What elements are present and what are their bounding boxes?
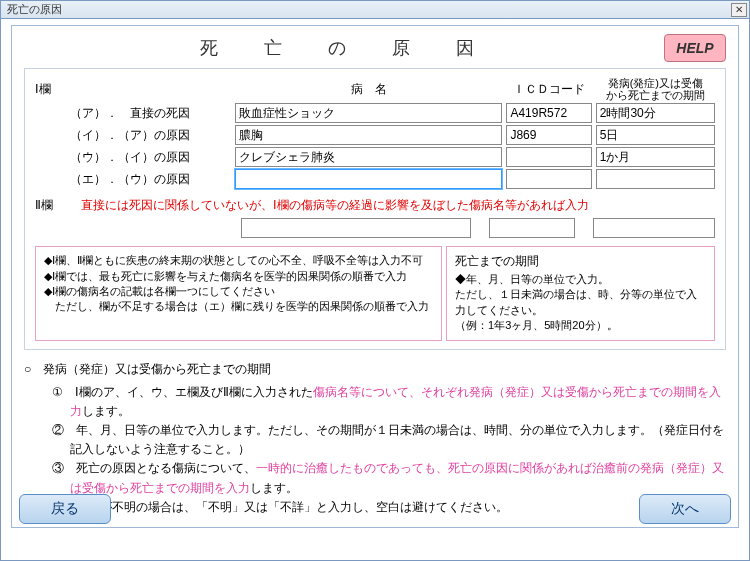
row-a-icd-input[interactable]	[506, 103, 591, 123]
row-u-period-input[interactable]	[596, 147, 715, 167]
row-u-disease-input[interactable]	[235, 147, 503, 167]
row-i-disease-input[interactable]	[235, 125, 503, 145]
right-note-box: 死亡までの期間 ◆年、月、日等の単位で入力。 ただし、１日未満の場合は、時、分等…	[446, 246, 715, 340]
next-button[interactable]: 次へ	[639, 494, 731, 524]
left-note-box: ◆Ⅰ欄、Ⅱ欄ともに疾患の終末期の状態としての心不全、呼吸不全等は入力不可 ◆Ⅰ欄…	[35, 246, 442, 340]
col-icd-header: ＩＣＤコード	[506, 81, 591, 98]
close-icon[interactable]: ✕	[731, 3, 747, 17]
row-e-disease-input[interactable]	[235, 169, 503, 189]
section2-icd-input[interactable]	[489, 218, 575, 238]
section-2-note: 直接には死因に関係していないが、Ⅰ欄の傷病等の経過に影響を及ぼした傷病名等があれ…	[81, 197, 589, 214]
help-button[interactable]: HELP	[664, 34, 726, 62]
col-disease-header: 病 名	[235, 81, 503, 98]
window-title: 死亡の原因	[7, 2, 62, 17]
row-i-period-input[interactable]	[596, 125, 715, 145]
row-u-label: （ウ）．（イ）の原因	[70, 149, 235, 166]
note-item-1: ① Ⅰ欄のア、イ、ウ、エ欄及びⅡ欄に入力された傷病名等について、それぞれ発病（発…	[52, 383, 726, 421]
section-1-label: Ⅰ欄	[35, 81, 70, 98]
row-i-label: （イ）．（ア）の原因	[70, 127, 235, 144]
col-period-header: 発病(発症)又は受傷 から死亡までの期間	[596, 77, 715, 101]
section-2-label: Ⅱ欄	[35, 197, 71, 214]
row-e-label: （エ）．（ウ）の原因	[70, 171, 235, 188]
back-button[interactable]: 戻る	[19, 494, 111, 524]
row-a-disease-input[interactable]	[235, 103, 503, 123]
row-i-icd-input[interactable]	[506, 125, 591, 145]
row-a-period-input[interactable]	[596, 103, 715, 123]
section2-period-input[interactable]	[593, 218, 715, 238]
section2-disease-input[interactable]	[241, 218, 471, 238]
row-a-label: （ア）． 直接の死因	[70, 105, 235, 122]
note-item-3: ③ 死亡の原因となる傷病について、一時的に治癒したものであっても、死亡の原因に関…	[52, 459, 726, 497]
page-title: 死 亡 の 原 因	[24, 36, 664, 60]
section-1-frame: Ⅰ欄 病 名 ＩＣＤコード 発病(発症)又は受傷 から死亡までの期間 （ア）． …	[24, 68, 726, 350]
row-e-period-input[interactable]	[596, 169, 715, 189]
note-item-2: ② 年、月、日等の単位で入力します。ただし、その期間が１日未満の場合は、時間、分…	[52, 421, 726, 459]
row-u-icd-input[interactable]	[506, 147, 591, 167]
titlebar: 死亡の原因 ✕	[1, 1, 749, 19]
row-e-icd-input[interactable]	[506, 169, 591, 189]
